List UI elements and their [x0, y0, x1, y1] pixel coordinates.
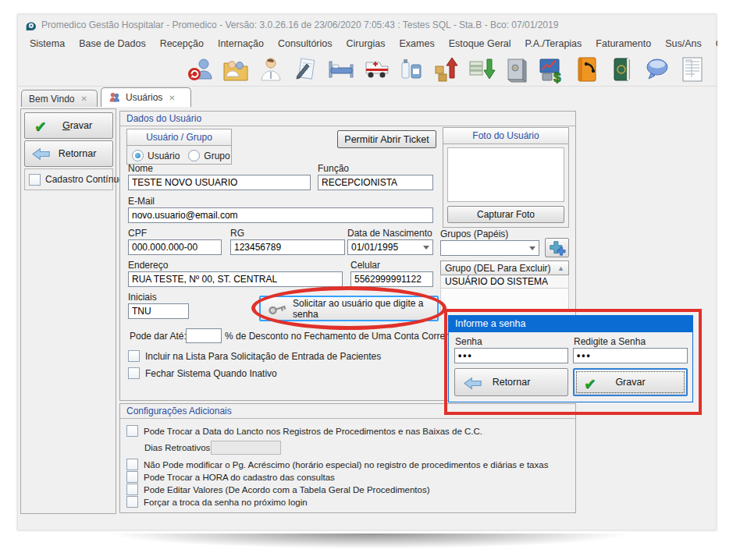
capturar-foto-button[interactable]: Capturar Foto	[447, 206, 564, 223]
check-icon: ✔	[34, 119, 47, 134]
hora-checkbox[interactable]	[126, 471, 138, 483]
solicitar-senha-label: Solicitar ao usuário que digite a senha	[293, 298, 437, 320]
dialog-retornar-button[interactable]: Retornar	[454, 368, 568, 396]
incluir-lista-row: Incluir na Lista Para Solicitação de Ent…	[128, 350, 381, 362]
grupos-combo-input[interactable]	[440, 240, 539, 256]
safe-icon[interactable]	[503, 55, 531, 83]
config-adicionais-caption: Configurações Adicionais	[120, 404, 575, 419]
valores-checkbox[interactable]	[126, 484, 138, 495]
grupos-papeis-label: Grupos (Papéis)	[440, 229, 508, 239]
fechar-sistema-checkbox[interactable]	[128, 367, 140, 379]
app-window: Promedico Gestão Hospitalar - Promedico …	[17, 14, 717, 530]
grupos-grid-row[interactable]: USUÁRIO DO SISTEMA	[440, 275, 569, 289]
senha-input[interactable]	[454, 348, 568, 363]
grupos-combo[interactable]	[440, 240, 539, 256]
nome-label: Nome	[128, 163, 153, 174]
menu-exames[interactable]: Exames	[393, 36, 442, 51]
sort-asc-icon: ▲	[557, 264, 564, 272]
endereco-input[interactable]	[128, 271, 343, 287]
radio-grupo-label: Grupo	[204, 151, 229, 161]
ledger-icon[interactable]	[608, 55, 636, 83]
data-lancto-checkbox[interactable]	[126, 425, 138, 437]
dialog-gravar-label: Gravar	[615, 377, 645, 388]
tab-bem-vindo[interactable]: Bem Vindo ✕	[21, 90, 98, 107]
menu-caixa[interactable]: Caixa	[709, 36, 717, 51]
nome-input[interactable]	[128, 175, 311, 190]
svg-text:$: $	[553, 70, 561, 83]
user-sync-icon[interactable]	[187, 55, 215, 83]
senha-dialog: Informe a senha Senha Redigite a Senha R…	[448, 315, 693, 402]
tab-usuarios[interactable]: Usuários ✕	[101, 87, 191, 107]
celular-input[interactable]	[350, 271, 433, 287]
tab-bem-vindo-label: Bem Vindo	[29, 94, 74, 105]
menu-sus-ans[interactable]: Sus/Ans	[658, 36, 709, 51]
menu-base-de-dados[interactable]: Base de Dados	[72, 36, 152, 51]
grupos-grid-header[interactable]: Grupo (DEL Para Excluir) ▲	[440, 261, 569, 275]
incluir-lista-checkbox[interactable]	[128, 350, 140, 362]
chevron-down-icon[interactable]	[423, 246, 429, 250]
report-icon[interactable]	[678, 55, 706, 83]
tab-bem-vindo-close-icon[interactable]: ✕	[80, 94, 87, 103]
add-grupo-button[interactable]	[545, 238, 569, 257]
radio-usuario[interactable]	[132, 150, 144, 161]
pg-acrescimo-checkbox[interactable]	[126, 459, 138, 470]
phonebook-icon[interactable]	[573, 55, 601, 83]
capturar-foto-label: Capturar Foto	[477, 209, 535, 220]
menu-estoque-geral[interactable]: Estoque Geral	[442, 36, 518, 51]
stock-out-icon[interactable]	[468, 55, 496, 83]
menu-pa-terapias[interactable]: P.A./Terapias	[518, 36, 589, 51]
tab-usuarios-close-icon[interactable]: ✕	[169, 94, 175, 102]
pg-acrescimo-label: Não Pode modificar o Pg. Acréscimo (horá…	[144, 460, 548, 470]
doctor-icon[interactable]	[257, 55, 285, 83]
users-folder-icon[interactable]	[222, 55, 250, 83]
cpf-input[interactable]	[128, 239, 222, 255]
iniciais-input[interactable]	[128, 303, 189, 319]
dialog-gravar-button[interactable]: ✔ Gravar	[573, 368, 688, 396]
nascimento-combo[interactable]	[347, 239, 433, 255]
cadastro-continuo-label: Cadastro Contínuo	[45, 174, 124, 185]
pode-dar-ate-input[interactable]	[186, 328, 222, 343]
radio-usuario-label: Usuário	[148, 151, 180, 161]
hospital-bed-icon[interactable]	[327, 55, 355, 83]
data-lancto-label: Pode Trocar a Data do Lancto nos Registr…	[144, 427, 482, 436]
grupos-grid-header-label: Grupo (DEL Para Excluir)	[445, 263, 551, 274]
finance-icon[interactable]: $	[538, 55, 566, 83]
menu-bar: Sistema Base de Dados Recepção Internaçã…	[18, 35, 717, 52]
redigite-senha-input[interactable]	[573, 348, 688, 363]
menu-faturamento[interactable]: Faturamento	[589, 36, 658, 51]
rg-label: RG	[230, 228, 244, 239]
solicitar-senha-button[interactable]: Solicitar ao usuário que digite a senha	[259, 296, 439, 321]
menu-internacao[interactable]: Internação	[211, 36, 271, 51]
menu-sistema[interactable]: Sistema	[23, 36, 72, 51]
menu-recepcao[interactable]: Recepção	[153, 36, 211, 51]
menu-cirurgias[interactable]: Cirurgias	[340, 36, 393, 51]
gravar-button[interactable]: ✔ Gravar	[24, 112, 113, 139]
email-input[interactable]	[128, 207, 433, 223]
chevron-down-icon[interactable]	[529, 246, 535, 250]
radio-grupo[interactable]	[188, 150, 200, 161]
toolbar-divider	[18, 86, 717, 87]
permitir-abrir-ticket-button[interactable]: Permitir Abrir Ticket	[337, 130, 436, 148]
nascimento-input[interactable]	[347, 239, 433, 255]
tab-usuarios-label: Usuários	[126, 92, 162, 103]
pharmacy-icon[interactable]	[397, 55, 425, 83]
arrow-left-icon	[463, 377, 483, 392]
chat-icon[interactable]	[643, 55, 671, 83]
cadastro-continuo-checkbox[interactable]	[29, 174, 41, 186]
ambulance-icon[interactable]	[362, 55, 390, 83]
menu-consultorios[interactable]: Consultórios	[271, 36, 339, 51]
stock-in-icon[interactable]	[432, 55, 461, 83]
rg-input[interactable]	[230, 239, 345, 255]
funcao-input[interactable]	[318, 175, 433, 190]
prescription-icon[interactable]	[292, 55, 320, 83]
senha-dialog-titlebar[interactable]: Informe a senha	[449, 316, 692, 332]
grupos-grid-row-label: USUÁRIO DO SISTEMA	[445, 276, 548, 287]
cpf-label: CPF	[128, 228, 147, 239]
incluir-lista-label: Incluir na Lista Para Solicitação de Ent…	[145, 351, 381, 362]
endereco-label: Endereço	[128, 260, 168, 271]
retornar-button[interactable]: Retornar	[24, 140, 113, 167]
redigite-senha-label: Redigite a Senha	[574, 336, 646, 347]
retornar-button-label: Retornar	[59, 148, 97, 159]
forcar-senha-checkbox[interactable]	[126, 496, 138, 508]
arrow-left-icon	[31, 147, 52, 163]
